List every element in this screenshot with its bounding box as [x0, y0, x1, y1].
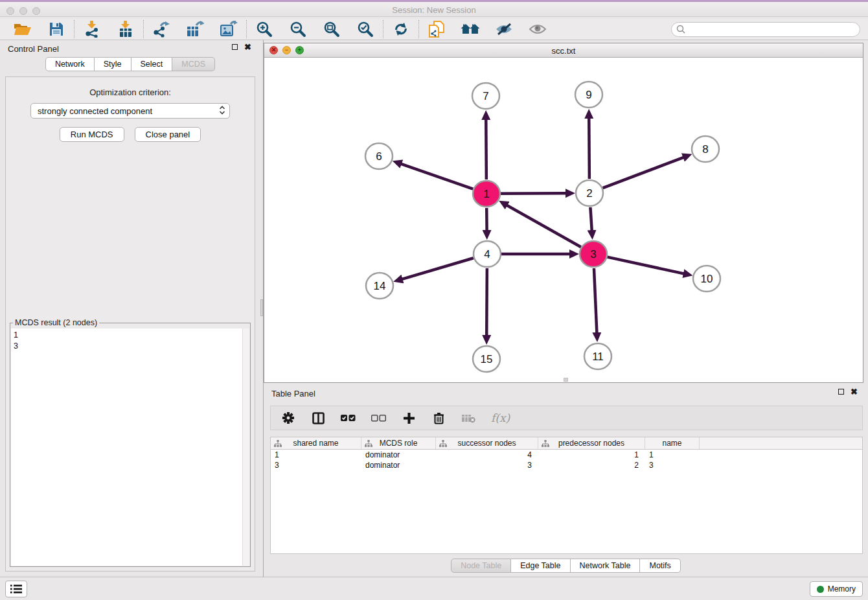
graph-node-label: 15: [481, 353, 493, 365]
optimization-select-value: strongly connected component: [38, 106, 219, 116]
graph-edge-4-14[interactable]: [402, 258, 474, 279]
column-type-icon: [274, 440, 282, 449]
zoom-in-icon[interactable]: [255, 20, 274, 38]
table-cell[interactable]: 4: [436, 450, 538, 459]
table-row[interactable]: 1dominator411: [271, 450, 862, 460]
column-header-predecessor-nodes[interactable]: predecessor nodes: [538, 437, 645, 449]
table-cell[interactable]: dominator: [361, 461, 436, 470]
float-panel-icon[interactable]: [232, 44, 238, 50]
deselect-all-rows-icon[interactable]: [371, 415, 386, 422]
graph-edge-3-1[interactable]: [507, 205, 580, 248]
zoom-fit-icon[interactable]: [322, 20, 341, 38]
graph-edge-4-15[interactable]: [486, 268, 487, 336]
create-column-icon[interactable]: [402, 413, 416, 424]
table-row[interactable]: 3dominator323: [271, 460, 862, 470]
close-panel-icon[interactable]: ✖: [244, 44, 251, 50]
memory-button[interactable]: Memory: [810, 581, 863, 597]
table-cell[interactable]: 3: [645, 461, 700, 470]
table-cell[interactable]: 1: [538, 450, 645, 459]
mcds-result-fieldset: MCDS result (2 nodes) 13: [10, 318, 251, 567]
graph-edge-3-11[interactable]: [594, 268, 597, 333]
memory-button-label: Memory: [828, 584, 856, 594]
select-all-rows-icon[interactable]: [341, 415, 356, 422]
mcds-result-box[interactable]: 13: [11, 329, 249, 566]
run-mcds-button[interactable]: Run MCDS: [60, 127, 124, 142]
network-canvas[interactable]: 7968124314101511: [264, 58, 863, 382]
graph-node-label: 2: [586, 187, 592, 200]
tab-style[interactable]: Style: [95, 57, 131, 71]
refresh-icon[interactable]: [391, 20, 411, 38]
search-input[interactable]: [671, 22, 860, 37]
tab-select[interactable]: Select: [131, 57, 173, 71]
column-header-MCDS-role[interactable]: MCDS role: [361, 437, 436, 449]
graph-edge-1-2[interactable]: [501, 193, 566, 194]
new-network-from-selection-icon[interactable]: [427, 20, 446, 38]
network-resize-handle[interactable]: [564, 378, 568, 382]
table-cell[interactable]: 1: [271, 450, 361, 459]
optimization-select[interactable]: strongly connected component: [30, 103, 230, 119]
column-header-shared-name[interactable]: shared name: [271, 437, 361, 449]
dropdown-stepper-icon: [219, 105, 225, 117]
float-table-panel-icon[interactable]: [838, 389, 844, 395]
graph-edge-2-3[interactable]: [590, 207, 591, 231]
column-header-name[interactable]: name: [645, 437, 700, 449]
memory-status-icon: [817, 586, 824, 593]
tab-node-table[interactable]: Node Table: [451, 559, 511, 573]
export-network-icon[interactable]: [152, 20, 171, 38]
zoom-out-icon[interactable]: [288, 20, 308, 38]
export-table-icon[interactable]: [185, 20, 205, 38]
column-header-successor-nodes[interactable]: successor nodes: [436, 437, 538, 449]
tab-mcds[interactable]: MCDS: [172, 57, 215, 71]
graph-edge-3-10[interactable]: [607, 257, 683, 274]
search-box: [671, 22, 860, 37]
graph-edge-2-8[interactable]: [603, 157, 684, 188]
tab-network-table[interactable]: Network Table: [571, 559, 641, 573]
table-settings-gear-icon[interactable]: [281, 412, 295, 424]
column-header-label: successor nodes: [457, 439, 516, 448]
table-cell[interactable]: 2: [538, 461, 645, 470]
network-window-titlebar[interactable]: ✕ − + scc.txt: [264, 43, 863, 58]
tab-edge-table[interactable]: Edge Table: [511, 559, 570, 573]
delete-column-trash-icon[interactable]: [431, 412, 446, 424]
task-history-button[interactable]: [5, 581, 27, 597]
close-table-panel-icon[interactable]: ✖: [851, 389, 858, 395]
network-window: ✕ − + scc.txt 7968124314101511: [264, 43, 863, 383]
tab-motifs[interactable]: Motifs: [640, 559, 680, 573]
table-panel-header: Table Panel ✖: [264, 385, 868, 402]
graph-node-label: 3: [590, 248, 596, 260]
graph-node-label: 8: [702, 143, 708, 156]
list-icon: [10, 584, 22, 594]
open-session-icon[interactable]: [13, 20, 32, 38]
graph-edge-1-6[interactable]: [401, 164, 473, 189]
table-cell[interactable]: 1: [645, 450, 700, 459]
function-builder-icon: f(x): [491, 411, 510, 424]
search-icon: [676, 25, 685, 36]
import-network-icon[interactable]: [82, 20, 102, 38]
mcds-result-title: MCDS result (2 nodes): [13, 318, 99, 327]
first-neighbors-icon[interactable]: [461, 20, 480, 38]
graph-edge-2-9[interactable]: [589, 118, 589, 179]
show-columns-icon[interactable]: [311, 412, 325, 424]
divider-handle[interactable]: [260, 299, 263, 316]
graph-node-label: 7: [483, 90, 488, 102]
graph-edge-1-7[interactable]: [486, 119, 486, 179]
import-table-icon[interactable]: [116, 20, 135, 38]
control-panel-tabs: NetworkStyleSelectMCDS: [0, 57, 260, 71]
table-toolbar: f(x): [270, 406, 863, 430]
export-image-icon[interactable]: [219, 20, 238, 38]
graph-node-label: 11: [592, 351, 604, 363]
graph-node-label: 10: [701, 273, 713, 285]
hide-selected-icon[interactable]: [494, 20, 514, 38]
mcds-result-line: 1: [14, 330, 247, 341]
show-all-icon[interactable]: [528, 20, 547, 38]
tab-network[interactable]: Network: [45, 57, 95, 71]
table-cell[interactable]: 3: [271, 461, 361, 470]
table-cell[interactable]: dominator: [361, 450, 436, 459]
close-panel-button[interactable]: Close panel: [135, 127, 201, 142]
graph-node-label: 6: [376, 150, 382, 163]
zoom-selected-icon[interactable]: [356, 20, 375, 38]
table-cell[interactable]: 3: [436, 461, 538, 470]
save-session-icon[interactable]: [47, 20, 66, 38]
result-scrollbar[interactable]: [242, 329, 249, 566]
mcds-panel: Optimization criterion: strongly connect…: [5, 76, 255, 571]
